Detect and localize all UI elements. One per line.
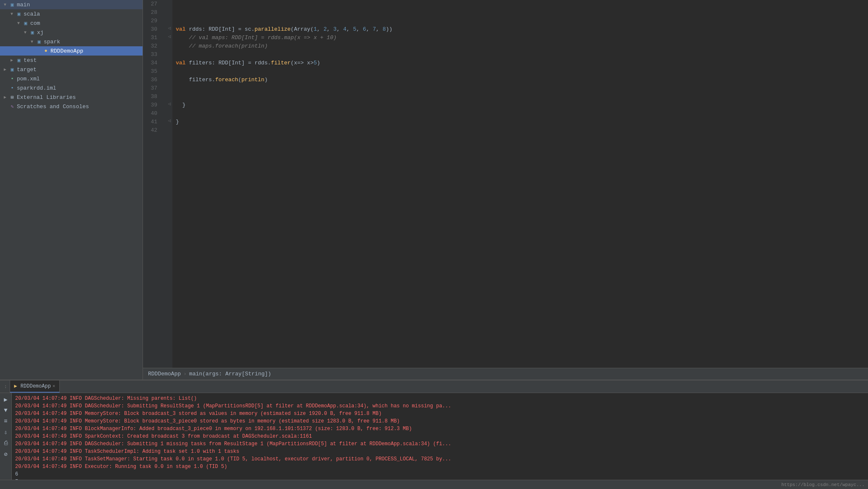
code-line-27	[176, 0, 865, 8]
tree-item-ExternalLibraries[interactable]: ▶⊞External Libraries	[0, 93, 143, 102]
tree-item-spark[interactable]: ▼▣spark	[0, 37, 143, 46]
tree-item-pom.xml[interactable]: ▪pom.xml	[0, 74, 143, 83]
log-line-10: 6	[15, 470, 865, 478]
code-editor[interactable]: val rdds: RDD[Int] = sc.parallelize(Arra…	[172, 0, 868, 368]
tree-icon-ScratchesAndConsoles: ✎	[8, 104, 16, 110]
tree-item-com[interactable]: ▼▣com	[0, 19, 143, 28]
tree-arrow-xj: ▼	[22, 30, 29, 35]
tree-item-sparkrdd.iml[interactable]: ▪sparkrdd.iml	[0, 83, 143, 93]
log-line-9: 20/03/04 14:07:49 INFO Executor: Running…	[15, 463, 865, 470]
tree-icon-spark: ▣	[35, 39, 43, 45]
tree-arrow-ExternalLibraries: ▶	[2, 95, 8, 100]
tree-icon-target: ▣	[8, 66, 16, 73]
tree-arrow-com: ▼	[15, 21, 22, 26]
status-bar: https://blog.csdn.net/wpayc...	[0, 480, 868, 489]
code-line-28	[176, 8, 865, 17]
clear-button[interactable]: ⊘	[1, 449, 11, 459]
tree-item-target[interactable]: ▶▣target	[0, 65, 143, 74]
log-line-3: 20/03/04 14:07:49 INFO MemoryStore: Bloc…	[15, 417, 865, 425]
tree-arrow-scala: ▼	[8, 12, 15, 16]
log-line-1: 20/03/04 14:07:49 INFO DAGScheduler: Sub…	[15, 402, 865, 410]
run-tab-label: RDDDemoApp	[21, 383, 51, 389]
code-line-37	[176, 84, 865, 93]
line-number-32: 32	[143, 42, 161, 50]
line-number-27: 27	[143, 0, 161, 8]
tree-label-xj: xj	[37, 29, 44, 36]
code-line-33	[176, 50, 865, 59]
print-button[interactable]: ⎙	[1, 439, 11, 448]
tree-label-main: main	[17, 2, 30, 8]
tree-label-com: com	[30, 20, 40, 27]
tree-item-scala[interactable]: ▼▣scala	[0, 9, 143, 19]
code-line-29	[176, 17, 865, 25]
line-number-41: 41	[143, 118, 161, 126]
tree-icon-test: ▣	[15, 57, 23, 64]
code-line-34: val filters: RDD[Int] = rdds.filter(x=> …	[176, 59, 865, 67]
log-line-7: 20/03/04 14:07:49 INFO TaskSchedulerImpl…	[15, 448, 865, 455]
panel-side-label: :	[2, 380, 10, 393]
tree-label-sparkrdd.iml: sparkrdd.iml	[17, 85, 56, 91]
line-number-39: 39	[143, 101, 161, 109]
line-number-38: 38	[143, 93, 161, 101]
tree-icon-pom.xml: ▪	[8, 76, 16, 82]
tree-label-ExternalLibraries: External Libraries	[17, 94, 76, 101]
tree-item-RDDDemoApp[interactable]: ●RDDDemoApp	[0, 46, 143, 56]
tree-label-ScratchesAndConsoles: Scratches and Consoles	[17, 104, 89, 110]
tree-label-RDDDemoApp: RDDDemoApp	[50, 48, 83, 54]
line-numbers: 27282930313233343536373839404142	[143, 0, 164, 368]
file-tree: ▼▣main▼▣scala▼▣com▼▣xj▼▣spark●RDDDemoApp…	[0, 0, 143, 380]
line-number-34: 34	[143, 59, 161, 67]
tree-icon-sparkrdd.iml: ▪	[8, 85, 16, 91]
tree-label-scala: scala	[24, 11, 40, 17]
log-line-2: 20/03/04 14:07:49 INFO MemoryStore: Bloc…	[15, 410, 865, 417]
code-line-32: // maps.foreach(println)	[176, 42, 865, 50]
log-line-8: 20/03/04 14:07:49 INFO TaskSetManager: S…	[15, 455, 865, 463]
code-line-35	[176, 67, 865, 76]
code-line-36: filters.foreach(println)	[176, 76, 865, 84]
bottom-panel: : ▶ RDDDemoApp × ▶ ▼ ≡ ⇩ ⎙ ⊘ 20/03/04 14…	[0, 380, 868, 489]
code-line-38	[176, 93, 865, 101]
tree-item-main[interactable]: ▼▣main	[0, 0, 143, 9]
rerun-button[interactable]: ≡	[1, 417, 11, 426]
code-line-30: val rdds: RDD[Int] = sc.parallelize(Arra…	[176, 25, 865, 34]
breadcrumb-separator: ›	[183, 371, 187, 377]
line-number-42: 42	[143, 126, 161, 135]
code-line-41: }	[176, 118, 865, 126]
breadcrumb-method: main(args: Array[String])	[189, 371, 271, 377]
tree-icon-scala: ▣	[15, 11, 23, 17]
tree-arrow-spark: ▼	[29, 40, 35, 44]
code-line-39: }	[176, 101, 865, 109]
tree-arrow-test: ▶	[8, 58, 15, 63]
panel-toolbar: ▶ ▼ ≡ ⇩ ⎙ ⊘	[0, 393, 12, 480]
scroll-down-button[interactable]: ⇩	[1, 428, 11, 437]
tree-icon-main: ▣	[8, 2, 16, 8]
line-number-35: 35	[143, 67, 161, 76]
tree-icon-xj: ▣	[29, 29, 36, 36]
console-output: 20/03/04 14:07:49 INFO DAGScheduler: Mis…	[12, 393, 868, 480]
code-line-42	[176, 126, 865, 135]
stop-button[interactable]: ▼	[1, 406, 11, 415]
log-line-6: 20/03/04 14:07:49 INFO DAGScheduler: Sub…	[15, 440, 865, 448]
log-line-5: 20/03/04 14:07:49 INFO SparkContext: Cre…	[15, 433, 865, 440]
log-line-0: 20/03/04 14:07:49 INFO DAGScheduler: Mis…	[15, 395, 865, 402]
tree-icon-ExternalLibraries: ⊞	[8, 94, 16, 101]
tree-label-test: test	[24, 57, 37, 64]
play-button[interactable]: ▶	[1, 395, 11, 404]
line-number-37: 37	[143, 84, 161, 93]
code-line-31: // val maps: RDD[Int] = rdds.map(x => x …	[176, 34, 865, 42]
run-tab[interactable]: ▶ RDDDemoApp ×	[10, 380, 60, 393]
line-number-33: 33	[143, 50, 161, 59]
line-number-36: 36	[143, 76, 161, 84]
tree-item-ScratchesAndConsoles[interactable]: ✎Scratches and Consoles	[0, 102, 143, 111]
tree-arrow-main: ▼	[2, 3, 8, 7]
tree-item-xj[interactable]: ▼▣xj	[0, 28, 143, 37]
line-number-30: 30	[143, 25, 161, 34]
tree-icon-com: ▣	[22, 20, 29, 27]
line-number-29: 29	[143, 17, 161, 25]
tab-close-button[interactable]: ×	[53, 384, 56, 389]
tree-item-test[interactable]: ▶▣test	[0, 56, 143, 65]
panel-tab-bar: : ▶ RDDDemoApp ×	[0, 380, 868, 393]
tree-label-pom.xml: pom.xml	[17, 76, 40, 82]
log-line-4: 20/03/04 14:07:49 INFO BlockManagerInfo:…	[15, 425, 865, 433]
editor-area: 27282930313233343536373839404142 ◁ ◁ ◁ ◁…	[143, 0, 868, 380]
